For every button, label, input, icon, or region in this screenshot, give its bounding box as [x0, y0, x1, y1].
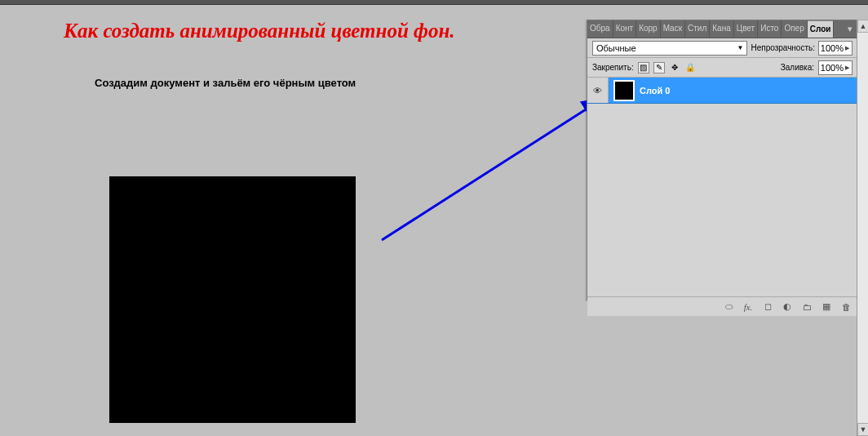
new-layer-icon[interactable]: ▦: [820, 300, 833, 314]
lock-transparency-icon[interactable]: ▨: [638, 62, 649, 73]
page-title: Как создать анимированный цветной фон.: [64, 20, 455, 42]
tab-kont[interactable]: Конт: [613, 20, 637, 38]
canvas-black-fill: [109, 176, 356, 423]
blend-opacity-row: Обычные ▼ Непрозрачность: 100% ▶: [587, 38, 857, 58]
blend-mode-select[interactable]: Обычные ▼: [592, 41, 747, 56]
app-top-bar: [0, 0, 868, 5]
opacity-input[interactable]: 100% ▶: [818, 41, 852, 56]
lock-label: Закрепить:: [592, 63, 634, 72]
layer-group-icon[interactable]: 🗀: [800, 300, 813, 314]
tab-kana[interactable]: Кана: [710, 20, 733, 38]
tab-isto[interactable]: Исто: [758, 20, 782, 38]
visibility-toggle[interactable]: 👁: [587, 78, 609, 103]
layer-thumbnail[interactable]: [613, 80, 635, 101]
fill-input[interactable]: 100% ▶: [818, 60, 852, 75]
delete-layer-icon[interactable]: 🗑: [839, 300, 852, 314]
vertical-scrollbar[interactable]: ▲ ▼: [857, 20, 868, 436]
layer-row[interactable]: 👁 Слой 0: [587, 78, 857, 104]
instruction-text: Создадим документ и зальём его чёрным цв…: [95, 77, 356, 89]
blend-mode-value: Обычные: [596, 43, 636, 53]
lock-position-icon[interactable]: ✥: [669, 62, 680, 73]
tab-korr[interactable]: Корр: [636, 20, 661, 38]
chevron-right-icon: ▶: [845, 45, 849, 51]
tab-layers[interactable]: Слои: [808, 20, 835, 38]
panel-tabs: Обра Конт Корр Маск Стил Кана Цвет Исто …: [587, 20, 857, 38]
layers-panel-footer: ⬭ fx. ◻ ◐ 🗀 ▦ 🗑: [587, 296, 857, 316]
fill-label: Заливка:: [781, 63, 814, 72]
eye-icon: 👁: [593, 86, 602, 96]
layers-panel: Обра Конт Корр Маск Стил Кана Цвет Исто …: [587, 20, 858, 300]
tab-mask[interactable]: Маск: [661, 20, 685, 38]
chevron-down-icon: ▼: [737, 44, 744, 51]
lock-all-icon[interactable]: 🔒: [684, 62, 696, 73]
tab-oper[interactable]: Опер: [782, 20, 807, 38]
tab-obra[interactable]: Обра: [587, 20, 613, 38]
layer-name[interactable]: Слой 0: [640, 86, 670, 96]
svg-line-1: [382, 98, 604, 240]
layer-fx-icon[interactable]: fx.: [742, 300, 755, 314]
opacity-value: 100%: [821, 43, 844, 53]
layers-empty-area: [587, 104, 857, 296]
tab-tsvet[interactable]: Цвет: [734, 20, 758, 38]
lock-fill-row: Закрепить: ▨ ✎ ✥ 🔒 Заливка: 100% ▶: [587, 58, 857, 78]
layer-mask-icon[interactable]: ◻: [761, 300, 774, 314]
scroll-up-icon[interactable]: ▲: [857, 20, 868, 33]
lock-pixels-icon[interactable]: ✎: [653, 62, 665, 73]
scroll-down-icon[interactable]: ▼: [857, 423, 868, 436]
fill-value: 100%: [821, 63, 844, 73]
tab-stil[interactable]: Стил: [685, 20, 710, 38]
panel-menu-icon[interactable]: ▾: [843, 20, 857, 38]
chevron-right-icon: ▶: [845, 65, 849, 71]
opacity-label: Непрозрачность:: [751, 43, 815, 52]
adjustment-layer-icon[interactable]: ◐: [781, 300, 794, 314]
link-layers-icon[interactable]: ⬭: [722, 300, 735, 314]
